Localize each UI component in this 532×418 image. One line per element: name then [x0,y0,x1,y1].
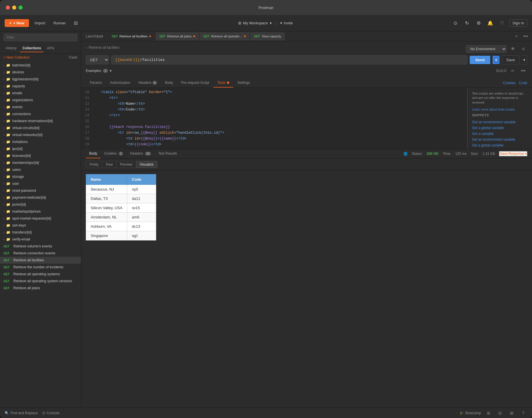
tab-pre-request-script[interactable]: Pre-request Script [177,78,213,88]
learn-more-link[interactable]: Learn more about tests scripts [472,108,529,111]
sidebar-item-transfers[interactable]: › 📁 transfers/{id} [0,229,81,236]
console-button[interactable]: ⊡ Console [42,411,59,415]
minimize-button[interactable] [12,6,16,10]
runner-button[interactable]: Runner [51,20,68,26]
bootcamp-button[interactable]: 🎓 Bootcamp [460,411,481,415]
help-icon-button[interactable]: ? [519,409,527,417]
sidebar-item-connections[interactable]: › 📁 connections [0,111,81,117]
snippet-set-global-var[interactable]: Set a global variable [472,142,529,148]
invite-button[interactable]: ✦ Invite [280,21,293,25]
workspace-button[interactable]: ⊞ My Workspace ▾ [238,21,272,25]
view-tab-raw[interactable]: Raw [102,161,116,168]
workspace-icon-button[interactable]: ⊟ [72,19,80,27]
sidebar-item-reset-password[interactable]: › 📁 reset-password [0,187,81,194]
sidebar-item-invitations[interactable]: › 📁 invitations [0,138,81,145]
tab-launchpad[interactable]: Launchpad [81,31,108,41]
code-button[interactable]: Code [519,81,527,85]
build-button[interactable]: BUILD [496,67,507,75]
sidebar-item-capacity[interactable]: › 📁 capacity [0,83,81,90]
tab-headers[interactable]: Headers 8 [134,78,161,88]
fullscreen-button[interactable] [19,6,23,10]
sidebar-item-retrieve-connection-events[interactable]: GET Retrieve connection events [0,250,81,257]
eye-icon-button[interactable]: 👁 [509,45,517,53]
sidebar-tab-collections[interactable]: Collections [20,45,43,52]
sidebar-item-ports[interactable]: › 📁 ports/{id} [0,201,81,208]
sync-icon-button[interactable]: ↻ [463,19,471,27]
heart-icon-button[interactable]: ♡ [498,19,506,27]
sidebar-item-retrieve-volume-events[interactable]: GET Retrieve volume's events [0,243,81,250]
response-tab-headers[interactable]: Headers 12 [127,149,155,158]
add-tab-button[interactable]: + [512,32,520,40]
sidebar-item-licenses[interactable]: › 📁 licenses/{id} [0,152,81,159]
sidebar-item-bgp[interactable]: › 📁 bgp/sessions/{id} [0,76,81,83]
notification-icon-button[interactable]: 🔔 [486,19,494,27]
import-button[interactable]: Import [32,20,48,26]
sidebar-item-devices[interactable]: › 📁 devices [0,69,81,76]
edit-icon-button[interactable]: ✏ [509,67,517,75]
sidebar-item-market[interactable]: › 📁 market/spot/prices [0,208,81,215]
sidebar-item-storage[interactable]: › 📁 storage [0,173,81,180]
send-dropdown-button[interactable]: ▾ [493,56,500,64]
more-options-button[interactable]: ••• [519,67,527,75]
url-display[interactable]: {{baseUrl}}/facilities [111,55,467,64]
sign-in-button[interactable]: Sign In [509,19,527,27]
tab-retrieve-os[interactable]: GET Retrieve all operatin... [199,32,250,40]
settings-icon-button[interactable]: ⚙ [475,19,483,27]
tab-settings[interactable]: Settings [233,78,254,88]
sidebar-item-retrieve-all-plans[interactable]: GET Retrieve all plans [0,285,81,292]
sidebar-item-emails[interactable]: › 📁 emails [0,90,81,97]
sidebar-item-retrieve-all-os[interactable]: GET Retrieve all operating systems [0,271,81,278]
sidebar-tab-apis[interactable]: APIs [45,45,57,52]
view-tab-visualize[interactable]: Visualize [136,161,157,168]
search-icon-button[interactable]: ⊙ [451,19,460,27]
sidebar-item-users[interactable]: › 📁 users [0,166,81,173]
sidebar-item-ips[interactable]: › 📁 ips/{id} [0,145,81,152]
response-tab-body[interactable]: Body [86,149,101,158]
save-dropdown-button[interactable]: ▾ [522,55,527,64]
layout2-icon-button[interactable]: ⊟ [496,409,504,417]
tab-view-capacity[interactable]: GET View capacity [250,32,286,40]
sidebar-item-retrieve-number-incidents[interactable]: GET Retrieve the number of incidents [0,264,81,271]
snippet-get-global-var[interactable]: Get a global variable [472,125,529,131]
tab-retrieve-plans[interactable]: GET Retrieve all plans [155,32,199,40]
environment-selector[interactable]: No Environment [466,45,507,53]
new-collection-button[interactable]: + New Collection [3,55,30,59]
method-select[interactable]: GET [86,55,109,64]
sidebar-item-user[interactable]: › 📁 user [0,180,81,187]
snippet-get-env-var[interactable]: Get an environment variable [472,119,529,125]
response-tab-cookies[interactable]: Cookies 2 [101,149,126,158]
send-button[interactable]: Send [470,56,491,64]
sidebar-item-verify-email[interactable]: › 📁 verify-email [0,236,81,243]
trash-button[interactable]: Trash [69,55,77,59]
search-input[interactable] [3,34,77,41]
tab-authorization[interactable]: Authorization [106,78,134,88]
close-button[interactable] [6,6,10,10]
sidebar-item-ssh-keys[interactable]: › 📁 ssh-keys [0,222,81,229]
tab-retrieve-facilities[interactable]: GET Retrieve all facilities [108,32,155,40]
layout-icon-button[interactable]: ⊞ [484,409,493,417]
share-icon-button[interactable]: ⊠ [508,409,516,417]
sidebar-tab-history[interactable]: History [3,45,19,52]
sidebar-item-batches[interactable]: › 📁 batches/{id} [0,62,81,69]
sidebar-item-payment-methods[interactable]: › 📁 payment-methods/{id} [0,194,81,201]
more-tabs-button[interactable]: ••• [522,32,530,40]
tab-tests[interactable]: Tests [213,78,233,88]
sidebar-item-organizations[interactable]: › 📁 organizations [0,97,81,104]
sidebar-item-retrieve-all-facilities[interactable]: GET Retrieve all facilities [0,257,81,264]
cookies-button[interactable]: Cookies [503,81,515,85]
save-button[interactable]: Save [502,55,519,64]
sidebar-item-memberships[interactable]: › 📁 memberships/{id} [0,159,81,166]
save-response-button[interactable]: Save Response ▾ [499,151,527,156]
tab-params[interactable]: Params [86,78,106,88]
find-replace-button[interactable]: 🔍 Find and Replace [5,411,38,415]
view-tab-preview[interactable]: Preview [116,161,136,168]
settings-icon-button[interactable]: ≡ [519,45,527,53]
new-button[interactable]: + + New [5,19,29,27]
view-tab-pretty[interactable]: Pretty [86,161,102,168]
tab-body[interactable]: Body [161,78,177,88]
sidebar-item-virtual-circuits[interactable]: › 📁 virtual-circuits/{id} [0,124,81,131]
sidebar-item-hw-reservations[interactable]: › 📁 hardware-reservations/{id} [0,117,81,124]
sidebar-item-spot-market[interactable]: › 📁 spot-market-requests/{id} [0,215,81,222]
sidebar-item-retrieve-all-os-versions[interactable]: GET Retrieve all operating system versio… [0,278,81,285]
sidebar-item-events[interactable]: › 📁 events [0,104,81,111]
